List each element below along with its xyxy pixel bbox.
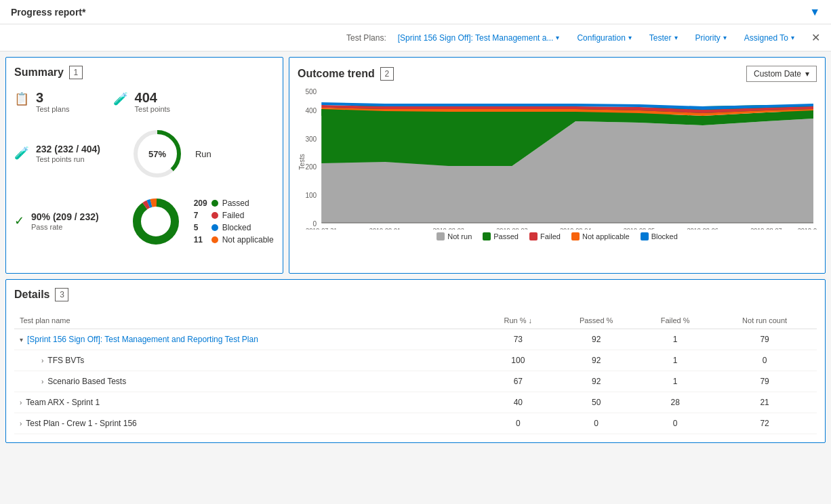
not-applicable-dot <box>211 236 218 243</box>
run-pct-cell: 40 <box>481 392 554 413</box>
test-plans-filter[interactable]: [Sprint 156 Sign Off]: Test Management a… <box>392 31 566 45</box>
plan-name-link[interactable]: [Sprint 156 Sign Off]: Test Management a… <box>27 335 258 344</box>
svg-text:2019-08-07: 2019-08-07 <box>750 227 782 230</box>
trend-chart-area: 0 100 200 300 400 500 Tests <box>298 87 817 243</box>
test-plans-label: Test plans <box>36 105 70 113</box>
passed-pct-cell: 92 <box>554 371 638 392</box>
run-circle: 57% <box>130 127 184 181</box>
failed-dot <box>211 212 218 219</box>
table-header-row: Test plan name Run % ↓ Passed % Failed %… <box>14 312 817 329</box>
col-not-run-count: Not run count <box>712 312 817 329</box>
custom-date-button[interactable]: Custom Date ▾ <box>746 66 817 82</box>
details-table: Test plan name Run % ↓ Passed % Failed %… <box>14 312 817 434</box>
pass-legend: 209 Passed 7 Failed 5 <box>194 198 274 245</box>
test-run-value: 232 (232 / 404) <box>36 144 100 154</box>
table-row: › TFS BVTs 100 92 1 0 <box>14 350 817 371</box>
run-pct-cell: 67 <box>481 371 554 392</box>
tester-filter[interactable]: Tester ▾ <box>643 31 684 45</box>
not-run-cell: 0 <box>712 350 817 371</box>
chevron-down-icon: ▾ <box>674 34 678 41</box>
test-plans-icon: 📋 <box>14 91 29 106</box>
chevron-right-icon: › <box>41 378 43 385</box>
pass-donut <box>129 194 183 249</box>
configuration-filter[interactable]: Configuration ▾ <box>571 31 637 45</box>
failed-pct-cell: 1 <box>638 350 712 371</box>
test-points-icon: 🧪 <box>113 91 128 106</box>
test-plans-value: [Sprint 156 Sign Off]: Test Management a… <box>398 33 554 43</box>
trend-panel: Outcome trend 2 Custom Date ▾ 0 100 200 … <box>289 57 826 274</box>
not-run-cell: 79 <box>712 371 817 392</box>
failed-pct-cell: 1 <box>638 371 712 392</box>
test-plans-stat: 📋 3 Test plans <box>14 90 70 113</box>
assigned-to-filter[interactable]: Assigned To ▾ <box>738 31 800 45</box>
priority-filter[interactable]: Priority ▾ <box>689 31 733 45</box>
details-title: Details <box>14 289 49 301</box>
test-plans-label: Test Plans: <box>346 33 386 43</box>
plan-name-cell: › TFS BVTs <box>14 350 481 371</box>
close-button[interactable]: ✕ <box>811 31 820 44</box>
chevron-down-icon: ▾ <box>20 336 23 343</box>
trend-chart-svg: 0 100 200 300 400 500 Tests <box>298 87 817 230</box>
test-run-label: Test points run <box>36 155 100 163</box>
plan-name: TFS BVTs <box>47 356 84 365</box>
table-row: › Test Plan - Crew 1 - Sprint 156 0 0 0 … <box>14 413 817 434</box>
svg-text:2019-08-04: 2019-08-04 <box>560 227 591 230</box>
chevron-down-icon: ▾ <box>723 34 727 41</box>
details-panel: Details 3 Test plan name Run % ↓ Passed … <box>5 279 826 443</box>
summary-grid: 📋 3 Test plans 🧪 404 Test points <box>14 90 275 249</box>
expand-toggle[interactable]: › Team ARX - Sprint 1 <box>20 398 476 407</box>
donut-container: 209 Passed 7 Failed 5 <box>129 194 274 249</box>
summary-pass-row: ✓ 90% (209 / 232) Pass rate <box>14 194 275 249</box>
not-run-cell: 72 <box>712 413 817 434</box>
svg-text:500: 500 <box>305 88 317 96</box>
plan-name: Scenario Based Tests <box>47 377 126 386</box>
svg-text:2019-08-06: 2019-08-06 <box>687 227 718 230</box>
passed-trend-swatch <box>483 232 491 240</box>
svg-text:2019-08-01: 2019-08-01 <box>369 227 401 230</box>
plan-name-cell: ▾ [Sprint 156 Sign Off]: Test Management… <box>14 329 481 350</box>
chevron-down-icon: ▾ <box>805 69 809 79</box>
trend-number: 2 <box>380 67 394 81</box>
expand-toggle[interactable]: › Scenario Based Tests <box>41 377 476 386</box>
legend-blocked-trend: Blocked <box>641 232 678 240</box>
legend-blocked: 5 Blocked <box>194 223 274 232</box>
chevron-down-icon: ▾ <box>628 34 632 41</box>
pass-rate-label: Pass rate <box>31 223 99 231</box>
table-row: › Team ARX - Sprint 1 40 50 28 21 <box>14 392 817 413</box>
chevron-down-icon: ▾ <box>791 34 794 41</box>
summary-panel: Summary 1 📋 3 Test plans 🧪 <box>5 57 283 274</box>
chevron-down-icon: ▾ <box>556 34 559 41</box>
plan-name-cell: › Team ARX - Sprint 1 <box>14 392 481 413</box>
svg-text:100: 100 <box>305 192 317 199</box>
legend-not-run: Not run <box>437 232 472 240</box>
col-run-pct[interactable]: Run % ↓ <box>481 312 554 329</box>
test-points-value: 404 <box>135 90 171 105</box>
expand-toggle[interactable]: ▾ [Sprint 156 Sign Off]: Test Management… <box>20 335 476 344</box>
expand-toggle[interactable]: › Test Plan - Crew 1 - Sprint 156 <box>20 419 476 428</box>
passed-pct-cell: 92 <box>554 350 638 371</box>
svg-text:2019-08-02: 2019-08-02 <box>433 227 464 230</box>
summary-number: 1 <box>69 66 83 79</box>
legend-failed: 7 Failed <box>194 211 274 220</box>
svg-text:400: 400 <box>305 107 317 114</box>
filter-icon[interactable]: ▼ <box>809 6 820 18</box>
svg-text:200: 200 <box>305 163 317 171</box>
expand-toggle[interactable]: › TFS BVTs <box>41 356 476 365</box>
svg-text:2019-08-05: 2019-08-05 <box>624 227 655 230</box>
run-text-label: Run <box>195 149 211 159</box>
top-row: Summary 1 📋 3 Test plans 🧪 <box>5 57 826 274</box>
svg-text:300: 300 <box>305 135 317 143</box>
trend-header: Outcome trend 2 Custom Date ▾ <box>298 66 817 82</box>
main-content: Summary 1 📋 3 Test plans 🧪 <box>0 51 831 448</box>
passed-dot <box>211 200 218 207</box>
legend-not-applicable: 11 Not applicable <box>194 235 274 245</box>
col-failed-pct: Failed % <box>638 312 712 329</box>
trend-title-area: Outcome trend 2 <box>298 67 394 81</box>
chevron-right-icon: › <box>41 357 43 364</box>
svg-point-3 <box>137 203 175 240</box>
not-applicable-trend-swatch <box>571 232 580 240</box>
failed-trend-swatch <box>529 232 538 240</box>
chevron-right-icon: › <box>20 420 22 427</box>
table-row: ▾ [Sprint 156 Sign Off]: Test Management… <box>14 329 817 350</box>
trend-title: Outcome trend <box>298 68 375 80</box>
